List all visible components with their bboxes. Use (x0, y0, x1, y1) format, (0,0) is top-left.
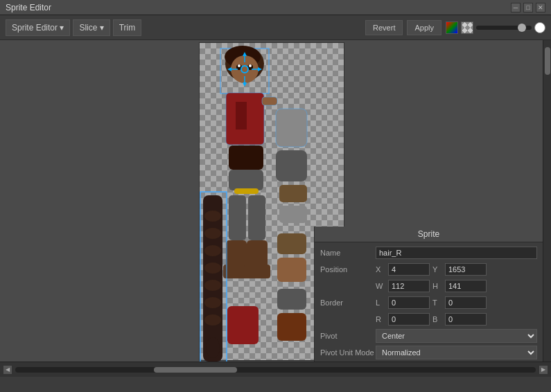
trim-button[interactable]: Trim (113, 19, 142, 36)
toolbar: Sprite Editor ▾ Slice ▾ Trim Revert Appl… (0, 15, 551, 40)
panel-body: Name Position X Y W (315, 242, 543, 381)
name-fields (376, 247, 537, 259)
border-lt-fields: L T (376, 296, 537, 309)
x-label: X (376, 265, 385, 274)
brightness-icon (534, 22, 545, 33)
b-input[interactable] (445, 313, 487, 326)
border-label: Border (320, 299, 376, 307)
maximize-button[interactable]: □ (523, 3, 533, 12)
wh-fields: W H (376, 280, 537, 292)
svg-rect-46 (277, 289, 306, 310)
minimize-button[interactable]: ─ (511, 3, 521, 12)
name-input[interactable] (376, 247, 537, 259)
t-label: T (432, 299, 442, 307)
svg-rect-19 (262, 97, 277, 105)
svg-rect-47 (277, 313, 306, 341)
close-button[interactable]: ✕ (536, 3, 545, 12)
pivot-unit-mode-label: Pivot Unit Mode (320, 348, 376, 357)
properties-panel: Sprite Name Position X Y (314, 226, 543, 362)
l-input[interactable] (388, 296, 430, 309)
horizontal-scrollbar: ◀ ▶ (0, 362, 551, 377)
pivot-unit-fields: NormalizedPixels (376, 346, 537, 359)
l-label: L (376, 299, 385, 307)
t-input[interactable] (445, 296, 487, 309)
name-row: Name (320, 245, 537, 260)
h-input[interactable] (445, 280, 487, 292)
svg-rect-44 (277, 258, 306, 282)
panel-title: Sprite (315, 226, 543, 242)
border-rb-fields: R B (376, 313, 537, 326)
r-label: R (376, 315, 385, 323)
scroll-right-arrow[interactable]: ▶ (539, 365, 548, 375)
svg-rect-36 (234, 188, 259, 194)
svg-rect-37 (229, 195, 246, 240)
pivot-label: Pivot (320, 332, 376, 340)
x-input[interactable] (388, 263, 430, 276)
apply-button[interactable]: Apply (407, 20, 441, 35)
main-content: Sprite Name Position X Y (0, 40, 551, 377)
vertical-scroll-thumb[interactable] (545, 47, 550, 75)
svg-rect-30 (276, 109, 307, 147)
h-label: H (432, 282, 442, 290)
title-bar: Sprite Editor ─ □ ✕ (0, 0, 551, 15)
window-title: Sprite Editor (6, 3, 51, 12)
w-label: W (376, 282, 385, 290)
brightness-slider-track (476, 26, 532, 30)
scroll-track-horizontal[interactable] (15, 367, 536, 373)
b-label: B (432, 315, 442, 323)
name-label: Name (320, 249, 376, 257)
wh-row: W H (320, 278, 537, 294)
y-input[interactable] (445, 263, 487, 276)
slice-menu[interactable]: Slice ▾ (73, 19, 110, 36)
alpha-icon[interactable] (461, 21, 473, 34)
window-controls: ─ □ ✕ (511, 3, 545, 12)
brightness-slider-thumb[interactable] (518, 24, 526, 32)
svg-rect-42 (244, 265, 270, 278)
sprite-editor-menu[interactable]: Sprite Editor ▾ (6, 19, 70, 36)
pivot-unit-select[interactable]: NormalizedPixels (376, 346, 537, 359)
position-fields: X Y (376, 263, 537, 276)
position-label: Position (320, 265, 376, 274)
svg-point-7 (249, 64, 252, 67)
revert-button[interactable]: Revert (365, 20, 403, 35)
svg-rect-43 (277, 233, 306, 254)
pivot-select[interactable]: CenterTop LeftTopTop RightLeftRightBotto… (376, 329, 537, 343)
pivot-unit-mode-row: Pivot Unit Mode NormalizedPixels (320, 345, 537, 360)
svg-rect-48 (200, 192, 227, 362)
vertical-scrollbar[interactable] (543, 40, 551, 377)
rgb-icon[interactable] (446, 21, 458, 34)
position-row: Position X Y (320, 262, 537, 277)
svg-point-6 (238, 64, 240, 67)
svg-marker-16 (243, 82, 247, 87)
y-label: Y (432, 265, 442, 274)
border-row-lt: Border L T (320, 295, 537, 310)
scroll-left-arrow[interactable]: ◀ (3, 365, 12, 375)
pivot-row: Pivot CenterTop LeftTopTop RightLeftRigh… (320, 328, 537, 344)
svg-rect-33 (279, 206, 307, 223)
svg-rect-35 (229, 170, 263, 190)
color-controls (446, 21, 545, 34)
border-row-rb: R B (320, 312, 537, 327)
r-input[interactable] (388, 313, 430, 326)
svg-rect-45 (227, 306, 259, 344)
svg-rect-38 (248, 195, 265, 240)
svg-rect-34 (229, 145, 263, 170)
w-input[interactable] (388, 280, 430, 292)
svg-rect-32 (279, 185, 307, 202)
svg-rect-18 (236, 102, 247, 130)
svg-rect-31 (276, 150, 307, 181)
scroll-thumb-horizontal[interactable] (154, 367, 237, 373)
toolbar-right: Revert Apply (365, 20, 545, 35)
pivot-fields: CenterTop LeftTopTop RightLeftRightBotto… (376, 329, 537, 343)
